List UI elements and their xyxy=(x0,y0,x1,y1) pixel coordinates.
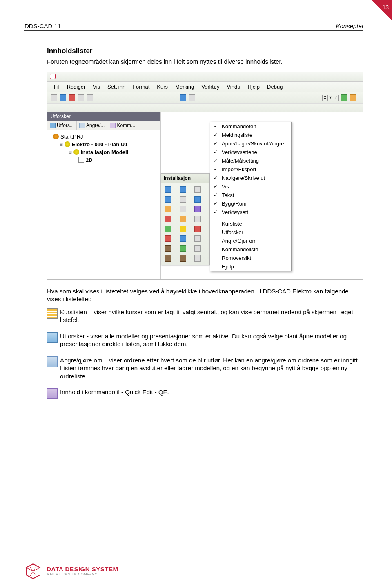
tool-icon[interactable] xyxy=(194,196,201,203)
tool-icon[interactable] xyxy=(194,245,201,252)
tool-icon[interactable] xyxy=(350,94,356,101)
tool-icon[interactable] xyxy=(341,94,347,101)
ctx-label: Import/Eksport xyxy=(222,166,256,172)
menu-format[interactable]: Format xyxy=(133,84,149,90)
ctx-label: Utforsker xyxy=(222,229,243,235)
project-tree[interactable]: Start.PRJ ⊟ Elektro - 010 - Plan U1 ⊟ In… xyxy=(47,130,160,166)
ctx-item[interactable]: ✓Import/Eksport xyxy=(210,165,291,174)
menu-merking[interactable]: Merking xyxy=(175,84,194,90)
ctx-label: Tekst xyxy=(222,192,234,198)
toolbox-grid[interactable] xyxy=(161,183,209,265)
ctx-item[interactable]: ✓Åpne/Lagre/Skriv ut/Angre xyxy=(210,139,291,148)
tool-icon[interactable] xyxy=(165,196,171,203)
tool-icon[interactable] xyxy=(165,226,171,232)
tool-icon[interactable] xyxy=(180,245,186,252)
menu-kurs[interactable]: Kurs xyxy=(157,84,168,90)
tree-label: 2D xyxy=(86,157,93,163)
ctx-item[interactable]: ✓Vis xyxy=(210,182,291,191)
tool-icon[interactable] xyxy=(165,186,171,193)
check-icon: ✓ xyxy=(213,183,218,189)
ctx-item[interactable]: Angre/Gjør om xyxy=(210,237,291,245)
menubar[interactable]: Fil Rediger Vis Sett inn Format Kurs Mer… xyxy=(47,82,363,92)
ctx-item[interactable]: Hjelp xyxy=(210,262,291,271)
ctx-label: Verktøysett xyxy=(222,209,248,215)
ctx-item[interactable]: ✓Kommandofelt xyxy=(210,122,291,131)
tool-icon[interactable] xyxy=(60,94,66,101)
context-menu[interactable]: ✓Kommandofelt ✓Meldingsliste ✓Åpne/Lagre… xyxy=(210,122,292,271)
tool-icon[interactable] xyxy=(69,94,75,101)
menu-verktoy[interactable]: Verktøy xyxy=(201,84,219,90)
tab-utforsker[interactable]: Utfors... xyxy=(47,121,77,130)
tool-icon[interactable] xyxy=(189,94,195,101)
ctx-item[interactable]: ✓Navigere/Skrive ut xyxy=(210,174,291,182)
tool-icon[interactable] xyxy=(180,186,186,193)
tool-icon[interactable] xyxy=(194,216,201,222)
item-text: Utforsker - viser alle modeller og prese… xyxy=(60,332,363,348)
panel-tabs[interactable]: Utfors... Angre/... Komm... xyxy=(47,121,160,130)
tree-item[interactable]: ⊟ Elektro - 010 - Plan U1 xyxy=(53,141,158,148)
ctx-item[interactable]: Utforsker xyxy=(210,228,291,237)
ctx-item[interactable]: ✓Bygg/Rom xyxy=(210,199,291,208)
ctx-item[interactable]: ✓Verktøysett xyxy=(210,208,291,217)
menu-vindu[interactable]: Vindu xyxy=(227,84,240,90)
ctx-label: Kommandoliste xyxy=(222,246,258,253)
menu-hjelp[interactable]: Hjelp xyxy=(247,84,260,90)
ctx-label: Hjelp xyxy=(222,264,234,270)
tool-icon[interactable] xyxy=(180,216,186,222)
tab-komm[interactable]: Komm... xyxy=(107,121,138,130)
ctx-item[interactable]: ✓Måle/Målsetting xyxy=(210,157,291,165)
tool-icon[interactable] xyxy=(180,206,186,212)
menu-rediger[interactable]: Rediger xyxy=(67,84,86,90)
tree-label: Elektro - 010 - Plan U1 xyxy=(72,141,128,148)
ctx-item[interactable]: Kursliste xyxy=(210,219,291,228)
titlebar xyxy=(47,72,363,82)
ctx-label: Navigere/Skrive ut xyxy=(222,175,265,181)
tree-item[interactable]: ⊟ Installasjon Modell xyxy=(53,148,158,156)
doc-icon xyxy=(78,157,84,163)
tool-icon[interactable] xyxy=(51,94,57,101)
tool-icon[interactable] xyxy=(180,255,186,262)
tool-icon[interactable] xyxy=(165,245,171,252)
tool-icon[interactable] xyxy=(165,255,171,262)
tool-icon[interactable] xyxy=(194,206,201,212)
menu-debug[interactable]: Debug xyxy=(267,84,283,90)
ctx-label: Kursliste xyxy=(222,221,242,227)
section-title: Innholdslister xyxy=(47,47,363,55)
ctx-item[interactable]: ✓Tekst xyxy=(210,191,291,199)
tool-icon[interactable] xyxy=(180,226,186,232)
tool-icon[interactable] xyxy=(165,216,171,222)
toolbox-panel[interactable]: Installasjon xyxy=(161,173,210,265)
tool-icon[interactable] xyxy=(194,226,201,232)
tool-icon[interactable] xyxy=(194,186,201,193)
tool-icon[interactable] xyxy=(180,235,186,242)
tool-icon[interactable] xyxy=(194,235,201,242)
ctx-item[interactable]: Romoversikt xyxy=(210,254,291,262)
check-icon: ✓ xyxy=(213,149,218,155)
ctx-item[interactable]: Kommandoliste xyxy=(210,245,291,254)
toolbar-2[interactable] xyxy=(47,104,363,112)
tool-icon[interactable] xyxy=(165,206,171,212)
separator xyxy=(213,218,289,218)
tool-icon[interactable] xyxy=(180,94,186,101)
tool-icon[interactable] xyxy=(78,94,84,101)
tree-item[interactable]: 2D xyxy=(53,156,158,164)
ctx-item[interactable]: ✓Verktøysettene xyxy=(210,148,291,157)
tab-label: Komm... xyxy=(117,123,135,128)
menu-settinn[interactable]: Sett inn xyxy=(107,84,125,90)
ctx-label: Verktøysettene xyxy=(222,149,257,155)
tab-angre[interactable]: Angre/... xyxy=(77,121,107,130)
tool-icon[interactable] xyxy=(87,94,93,101)
toolbar-1[interactable]: XYZ xyxy=(47,92,363,104)
item-text: Kurslisten – viser hvilke kurser som er … xyxy=(60,308,363,324)
tool-icon[interactable] xyxy=(165,235,171,242)
menu-vis[interactable]: Vis xyxy=(93,84,100,90)
ctx-label: Romoversikt xyxy=(222,255,251,261)
page-footer: DATA DESIGN SYSTEM A NEMETSCHEK COMPANY xyxy=(24,563,118,580)
check-icon: ✓ xyxy=(213,192,218,198)
tool-icon[interactable] xyxy=(180,196,186,203)
ctx-item[interactable]: ✓Meldingsliste xyxy=(210,131,291,139)
menu-fil[interactable]: Fil xyxy=(54,84,60,90)
tree-item[interactable]: Start.PRJ xyxy=(53,133,158,141)
ctx-label: Angre/Gjør om xyxy=(222,238,256,244)
tool-icon[interactable] xyxy=(194,255,201,262)
